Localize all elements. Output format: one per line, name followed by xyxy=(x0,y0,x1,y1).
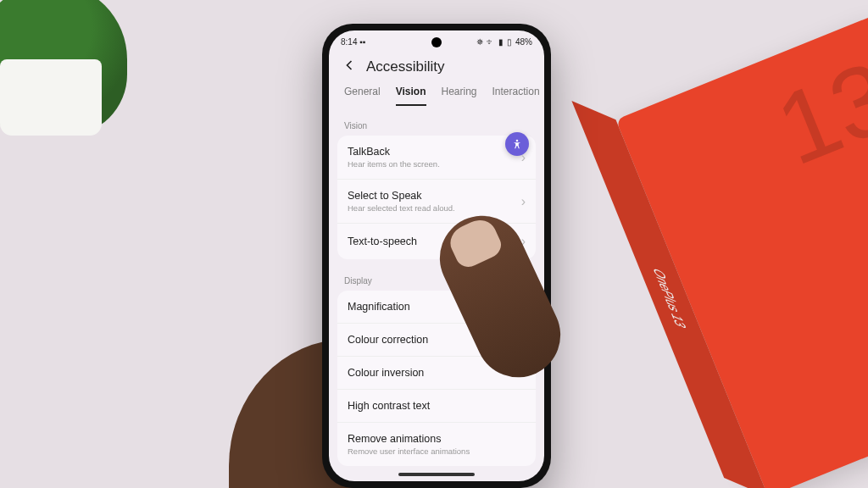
gesture-bar[interactable] xyxy=(398,473,475,476)
row-label: Magnification xyxy=(348,301,410,313)
section-label-vision: Vision xyxy=(337,111,536,136)
row-remove-animations[interactable]: Remove animations Remove user interface … xyxy=(337,422,536,466)
tab-hearing[interactable]: Hearing xyxy=(442,86,477,106)
wifi-icon: ᯤ xyxy=(487,37,495,47)
row-label: High contrast text xyxy=(348,400,430,412)
row-label: Colour correction xyxy=(348,334,428,346)
row-select-to-speak[interactable]: Select to Speak Hear selected text read … xyxy=(337,179,536,223)
row-label: Remove animations xyxy=(348,433,470,445)
tab-vision[interactable]: Vision xyxy=(396,86,426,106)
row-label: Text-to-speech xyxy=(348,236,417,247)
back-button[interactable] xyxy=(341,57,358,77)
row-label: Colour inversion xyxy=(348,367,424,379)
row-sub: Hear items on the screen. xyxy=(348,159,440,169)
row-sub: Hear selected text read aloud. xyxy=(348,203,455,213)
row-talkback[interactable]: TalkBack Hear items on the screen. › xyxy=(337,136,536,179)
product-box: 13 OnePlus 13 xyxy=(615,12,868,488)
vibrate-icon: ✵ xyxy=(476,37,483,47)
plant-decoration xyxy=(0,0,127,136)
box-front-number: 13 xyxy=(761,37,868,188)
page-header: Accessibility xyxy=(329,48,544,82)
notification-dots-icon: ▪▪ xyxy=(359,37,365,47)
tab-interaction[interactable]: Interaction xyxy=(492,86,540,106)
row-high-contrast-text[interactable]: High contrast text xyxy=(337,389,536,422)
status-time: 8:14 xyxy=(341,37,357,47)
chevron-right-icon: › xyxy=(521,150,526,165)
chevron-right-icon: › xyxy=(521,194,526,209)
row-label: TalkBack xyxy=(348,146,440,158)
box-side-label: OnePlus 13 xyxy=(571,101,768,488)
front-camera xyxy=(431,37,442,47)
battery-percent: 48% xyxy=(515,37,532,47)
page-title: Accessibility xyxy=(366,58,445,75)
row-sub: Remove user interface animations xyxy=(348,446,470,456)
tabs: General Vision Hearing Interaction xyxy=(329,82,544,106)
row-label: Select to Speak xyxy=(348,190,455,202)
tab-general[interactable]: General xyxy=(344,86,381,106)
signal-icon: ▮ xyxy=(498,37,504,47)
battery-icon: ▯ xyxy=(507,37,512,47)
